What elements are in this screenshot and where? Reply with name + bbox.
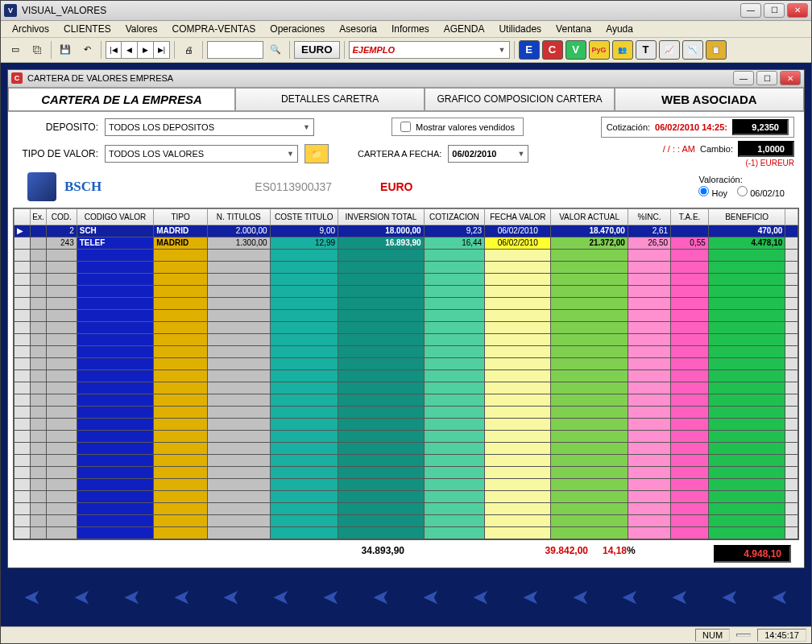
app-icon: V — [4, 4, 17, 17]
code-input[interactable] — [207, 41, 263, 59]
row-marker-header — [14, 208, 31, 225]
table-row-empty — [14, 430, 798, 442]
status-num: NUM — [695, 629, 730, 642]
tipo-combo[interactable]: TODOS LOS VALORES▼ — [105, 145, 298, 163]
doc-icon[interactable]: ▭ — [6, 40, 25, 60]
tab-detalles[interactable]: DETALLES CARETRA — [235, 88, 425, 111]
menu-agenda[interactable]: AGENDA — [437, 22, 491, 36]
copy-icon[interactable]: ⿻ — [27, 40, 47, 60]
lookup-icon[interactable]: 🔍 — [266, 40, 285, 60]
valoracion-label: Valoración: — [698, 175, 785, 184]
child-icon: C — [11, 72, 23, 84]
col-header-4[interactable]: N. TITULOS — [207, 208, 270, 225]
cotizacion-box: Cotización: 06/02/2010 14:25: 9,2350 — [601, 117, 794, 138]
folder-icon[interactable]: 📁 — [304, 144, 329, 163]
mostrar-vendidos-checkbox[interactable]: Mostrar valores vendidos — [392, 118, 524, 136]
menu-valores[interactable]: Valores — [119, 22, 164, 36]
toolbar-logo-7[interactable]: 📉 — [682, 40, 703, 60]
col-header-2[interactable]: CODIGO VALOR — [77, 208, 154, 225]
toolbar-logo-1[interactable]: C — [542, 40, 563, 60]
table-row-empty — [14, 418, 798, 430]
save-icon[interactable]: 💾 — [56, 40, 75, 60]
portfolio-grid[interactable]: Ex.COD.CODIGO VALORTIPON. TITULOSCOSTE T… — [13, 208, 799, 540]
table-row-empty — [14, 406, 798, 418]
prev-record-button[interactable]: ◀ — [122, 41, 138, 59]
table-row[interactable]: ▶2SCHMADRID2.000,009,0018.000,009,2306/0… — [14, 225, 798, 237]
last-record-button[interactable]: ▶| — [154, 41, 170, 59]
toolbar-logo-6[interactable]: 📈 — [659, 40, 680, 60]
tab-main[interactable]: CARTERA DE LA EMPRESA — [8, 88, 235, 111]
tab-grafico[interactable]: GRAFICO COMPOSICION CARTERA — [425, 88, 614, 111]
isin-code: ES0113900J37 — [255, 180, 332, 193]
col-header-3[interactable]: TIPO — [154, 208, 208, 225]
toolbar-logo-3[interactable]: PyG — [589, 40, 610, 60]
toolbar-logo-2[interactable]: V — [566, 40, 586, 60]
close-button[interactable]: ✕ — [787, 3, 808, 18]
statusbar: NUM 14:45:17 — [1, 626, 811, 643]
child-close-button[interactable]: ✕ — [780, 71, 801, 85]
valoracion-group: Valoración: Hoy 06/02/10 — [698, 175, 785, 198]
table-row-empty — [14, 526, 798, 539]
table-row-empty — [14, 273, 798, 285]
table-row-empty — [14, 514, 798, 526]
bank-name: BSCH — [64, 179, 102, 195]
menu-informes[interactable]: Informes — [385, 22, 436, 36]
total-inversion: 34.893,90 — [327, 545, 404, 563]
table-row-empty — [14, 249, 798, 261]
menu-ayuda[interactable]: Ayuda — [599, 22, 640, 36]
col-header-6[interactable]: INVERSION TOTAL — [338, 208, 425, 225]
menu-ventana[interactable]: Ventana — [549, 22, 598, 36]
table-row-empty — [14, 369, 798, 382]
record-nav: |◀ ◀ ▶ ▶| — [106, 41, 170, 59]
toolbar-logo-4[interactable]: 👥 — [612, 40, 633, 60]
status-time: 14:45:17 — [757, 629, 806, 642]
col-header-9[interactable]: VALOR ACTUAL — [551, 208, 628, 225]
menu-compra-ventas[interactable]: COMPRA-VENTAS — [166, 22, 263, 36]
child-maximize-button[interactable]: ☐ — [756, 71, 777, 85]
deposito-combo[interactable]: TODOS LOS DEPOSITOS▼ — [105, 118, 314, 136]
table-row-empty — [14, 454, 798, 466]
toolbar-logo-8[interactable]: 📋 — [706, 40, 727, 60]
menu-archivos[interactable]: Archivos — [6, 22, 56, 36]
menu-utilidades[interactable]: Utilidades — [492, 22, 548, 36]
col-header-12[interactable]: BENEFICIO — [708, 208, 785, 225]
table-row-empty — [14, 394, 798, 406]
col-header-10[interactable]: %INC. — [628, 208, 670, 225]
menu-operaciones[interactable]: Operaciones — [263, 22, 331, 36]
col-header-1[interactable]: COD. — [46, 208, 77, 225]
col-header-8[interactable]: FECHA VALOR — [485, 208, 551, 225]
table-row-empty — [14, 261, 798, 273]
table-row-empty — [14, 442, 798, 454]
col-header-11[interactable]: T.A.E. — [671, 208, 709, 225]
table-row-empty — [14, 357, 798, 369]
print-icon[interactable]: 🖨 — [179, 40, 198, 60]
col-header-0[interactable]: Ex. — [30, 208, 46, 225]
minimize-button[interactable]: — — [740, 3, 761, 18]
maximize-button[interactable]: ☐ — [764, 3, 785, 18]
radio-hoy[interactable]: Hoy — [698, 186, 727, 198]
tipo-label: TIPO DE VALOR: — [18, 148, 98, 159]
euro-button[interactable]: EURO — [294, 41, 340, 59]
next-record-button[interactable]: ▶ — [138, 41, 154, 59]
client-combo[interactable]: EJEMPLO▼ — [349, 41, 510, 59]
toolbar-logo-0[interactable]: E — [519, 40, 540, 60]
radio-fecha[interactable]: 06/02/10 — [737, 186, 785, 198]
child-window: C CARTERA DE VALORES EMPRESA — ☐ ✕ CARTE… — [7, 69, 805, 568]
table-row[interactable]: 243TELEFMADRID1.300,0012,9916.893,9016,4… — [14, 237, 798, 249]
table-row-empty — [14, 297, 798, 309]
table-row-empty — [14, 345, 798, 357]
undo-icon[interactable]: ↶ — [77, 40, 97, 60]
table-row-empty — [14, 333, 798, 345]
toolbar-logo-5[interactable]: T — [636, 40, 657, 60]
tab-web[interactable]: WEB ASOCIADA — [615, 88, 804, 111]
main-toolbar: ▭ ⿻ 💾 ↶ |◀ ◀ ▶ ▶| 🖨 🔍 EURO EJEMPLO▼ ECVP… — [1, 38, 811, 63]
menu-clientes[interactable]: CLIENTES — [57, 22, 118, 36]
cartera-fecha-combo[interactable]: 06/02/2010▼ — [448, 145, 528, 163]
menu-asesoria[interactable]: Asesoria — [333, 22, 383, 36]
child-titlebar: C CARTERA DE VALORES EMPRESA — ☐ ✕ — [8, 70, 804, 88]
cambio-display: 1,0000 — [738, 141, 794, 157]
col-header-7[interactable]: COTIZACION — [424, 208, 485, 225]
child-minimize-button[interactable]: — — [733, 71, 754, 85]
col-header-5[interactable]: COSTE TITULO — [270, 208, 338, 225]
first-record-button[interactable]: |◀ — [106, 41, 122, 59]
